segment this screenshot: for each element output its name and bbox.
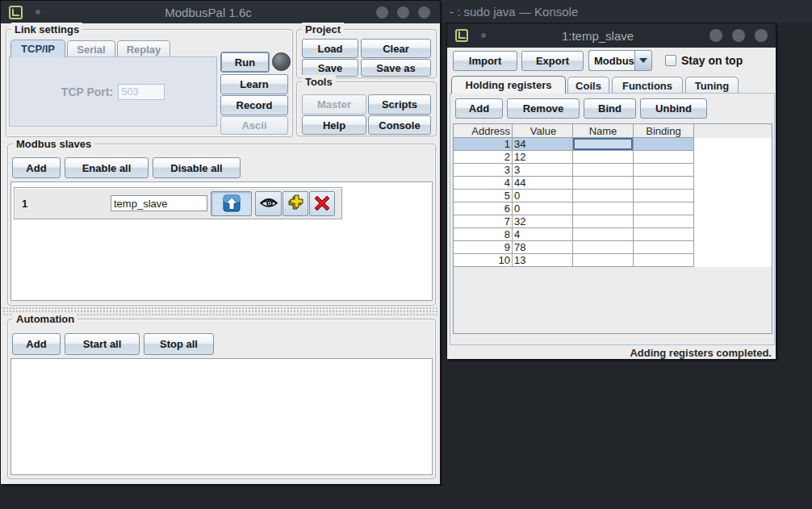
table-row[interactable]: 1013	[454, 254, 772, 267]
table-row[interactable]: 50	[454, 190, 772, 202]
protocol-select[interactable]: Modbus	[588, 50, 652, 71]
table-cell[interactable]: 78	[513, 241, 573, 254]
learn-button[interactable]: Learn	[220, 74, 288, 94]
run-button[interactable]: Run	[220, 52, 270, 73]
table-cell[interactable]	[573, 241, 634, 254]
minimize-button[interactable]	[376, 6, 388, 19]
table-cell[interactable]: 13	[513, 254, 573, 267]
record-button[interactable]: Record	[220, 95, 288, 115]
scripts-button[interactable]: Scripts	[368, 94, 431, 115]
tab-coils[interactable]: Coils	[567, 77, 609, 94]
table-cell[interactable]: 4	[513, 228, 573, 241]
table-row[interactable]: 84	[454, 228, 772, 241]
column-header[interactable]: Address	[454, 124, 513, 138]
register-unbind-button[interactable]: Unbind	[640, 98, 707, 119]
table-cell[interactable]: 10	[454, 254, 513, 267]
import-button[interactable]: Import	[453, 51, 517, 71]
stop-all-button[interactable]: Stop all	[144, 333, 214, 355]
load-button[interactable]: Load	[302, 39, 358, 58]
automation-add-button[interactable]: Add	[12, 333, 61, 355]
tab-replay[interactable]: Replay	[117, 40, 170, 57]
table-cell[interactable]: 9	[454, 241, 513, 254]
console-button[interactable]: Console	[368, 115, 431, 135]
table-cell[interactable]: 44	[513, 177, 573, 190]
slave-editor-titlebar[interactable]: 1:temp_slave	[447, 23, 776, 48]
table-cell[interactable]: 1	[454, 138, 513, 151]
table-cell[interactable]: 3	[513, 164, 573, 177]
table-cell[interactable]: 12	[513, 151, 573, 164]
table-cell[interactable]: 2	[454, 151, 513, 164]
table-cell[interactable]	[573, 190, 634, 202]
table-cell[interactable]: 4	[454, 177, 513, 190]
slave-row[interactable]: 1 temp_slave	[14, 187, 342, 219]
table-cell[interactable]: 3	[454, 164, 513, 177]
tab-holding-registers[interactable]: Holding registers	[451, 76, 566, 94]
table-cell[interactable]: 0	[513, 202, 573, 215]
close-button[interactable]	[755, 29, 768, 42]
slave-duplicate-button[interactable]	[283, 191, 308, 216]
table-cell[interactable]	[634, 228, 694, 241]
table-row[interactable]: 444	[454, 177, 772, 190]
tab-tcpip[interactable]: TCP/IP	[10, 40, 65, 57]
column-header[interactable]: Value	[513, 124, 573, 138]
table-cell[interactable]	[634, 254, 694, 267]
table-cell[interactable]	[573, 202, 634, 215]
chevron-down-icon[interactable]	[634, 50, 652, 71]
table-row[interactable]: 732	[454, 215, 772, 228]
table-cell[interactable]: 5	[454, 190, 513, 202]
column-header[interactable]: Binding	[634, 124, 694, 138]
slave-view-button[interactable]	[255, 191, 282, 216]
table-cell[interactable]	[634, 138, 694, 151]
table-cell[interactable]	[634, 151, 694, 164]
maximize-button[interactable]	[732, 29, 745, 42]
table-cell[interactable]	[573, 164, 634, 177]
table-row[interactable]: 134	[454, 138, 772, 151]
slave-enable-toggle[interactable]	[211, 191, 252, 216]
table-cell[interactable]	[573, 151, 634, 164]
table-cell[interactable]: 7	[454, 215, 513, 228]
table-cell[interactable]: 32	[513, 215, 573, 228]
register-add-button[interactable]: Add	[455, 98, 503, 119]
registers-table[interactable]: AddressValueNameBinding 1342123344450607…	[453, 123, 772, 334]
save-button[interactable]: Save	[302, 59, 358, 77]
tcp-port-input[interactable]: 503	[118, 84, 165, 100]
minimize-button[interactable]	[709, 29, 722, 42]
stay-on-top-checkbox[interactable]	[665, 55, 676, 66]
table-cell[interactable]: 6	[454, 202, 513, 215]
table-cell[interactable]	[634, 190, 694, 202]
export-button[interactable]: Export	[521, 51, 584, 71]
close-button[interactable]	[418, 6, 430, 19]
slave-delete-button[interactable]	[309, 191, 335, 216]
save-as-button[interactable]: Save as	[361, 59, 431, 77]
table-cell[interactable]	[573, 228, 634, 241]
table-cell[interactable]: 8	[454, 228, 513, 241]
tab-tuning[interactable]: Tuning	[685, 77, 739, 94]
table-cell[interactable]	[573, 138, 634, 151]
column-header[interactable]: Name	[573, 124, 634, 138]
disable-all-button[interactable]: Disable all	[153, 157, 241, 178]
start-all-button[interactable]: Start all	[65, 333, 140, 355]
clear-button[interactable]: Clear	[361, 39, 431, 58]
modbuspal-titlebar[interactable]: ModbusPal 1.6c	[1, 1, 440, 23]
table-row[interactable]: 978	[454, 241, 772, 254]
table-cell[interactable]	[634, 202, 694, 215]
table-cell[interactable]	[573, 254, 634, 267]
slave-name-input[interactable]: temp_slave	[111, 195, 207, 211]
table-cell[interactable]	[634, 215, 694, 228]
tab-functions[interactable]: Functions	[612, 77, 683, 94]
tab-serial[interactable]: Serial	[67, 40, 115, 57]
table-cell[interactable]	[573, 177, 634, 190]
register-bind-button[interactable]: Bind	[584, 98, 636, 119]
maximize-button[interactable]	[397, 6, 409, 19]
register-remove-button[interactable]: Remove	[507, 98, 580, 119]
table-cell[interactable]	[573, 215, 634, 228]
table-cell[interactable]: 0	[513, 190, 573, 202]
slave-add-button[interactable]: Add	[12, 157, 61, 178]
enable-all-button[interactable]: Enable all	[65, 157, 149, 178]
table-row[interactable]: 60	[454, 202, 772, 215]
table-cell[interactable]	[634, 177, 694, 190]
table-cell[interactable]: 34	[513, 138, 573, 151]
help-button[interactable]: Help	[302, 115, 366, 135]
table-cell[interactable]	[634, 164, 694, 177]
table-row[interactable]: 212	[454, 151, 772, 164]
